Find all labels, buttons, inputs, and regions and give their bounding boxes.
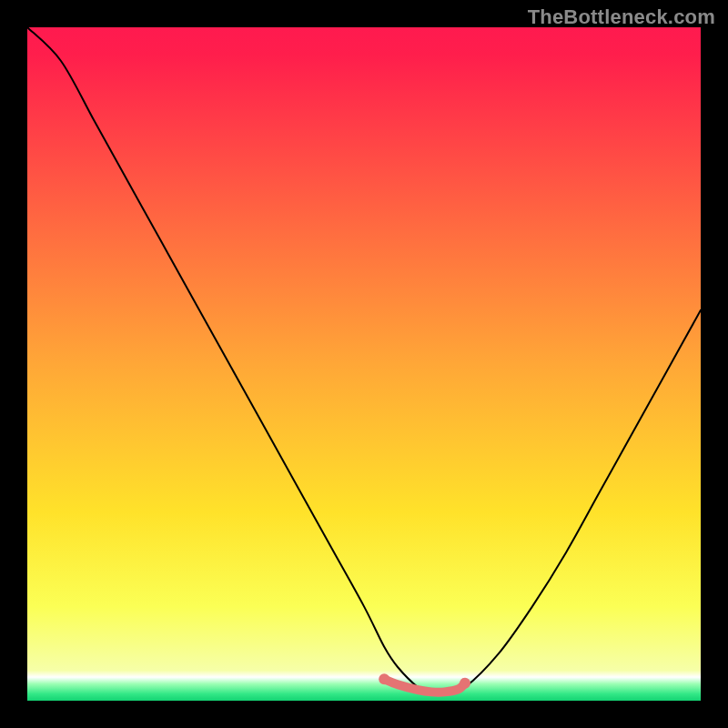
chart-background-gradient xyxy=(27,27,701,701)
optimal-zone-end-dot xyxy=(460,678,470,689)
bottleneck-chart xyxy=(0,0,728,728)
optimal-zone-start-dot xyxy=(379,673,389,684)
